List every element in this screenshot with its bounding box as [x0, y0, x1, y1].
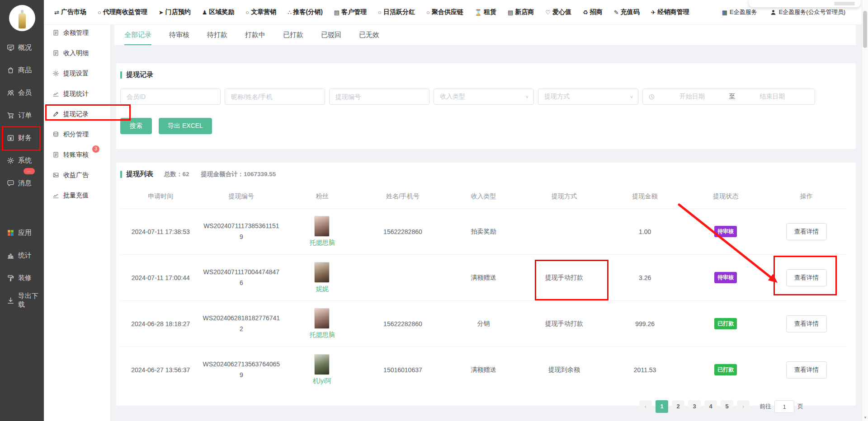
transfer-review-badge: 3 [92, 145, 99, 153]
submenu-item-revenue-ads[interactable]: 收益广告 [44, 165, 110, 185]
page-button-4[interactable]: 4 [704, 400, 717, 413]
submenu-item-points[interactable]: 积分管理 [44, 124, 110, 145]
popup-button-pill [834, 2, 855, 5]
sidebar-item-stats[interactable]: 统计 [0, 244, 44, 267]
service-menu[interactable]: ▦E企盈服务 [722, 8, 757, 16]
submenu-item-transfer-review[interactable]: 转账审核 3 [44, 145, 110, 165]
prev-page-button[interactable]: ‹ [639, 400, 652, 413]
goto-page-input[interactable] [774, 400, 794, 413]
fan-name-link[interactable]: 托腮思脑 [309, 331, 335, 339]
logo-avatar[interactable] [0, 0, 44, 36]
cell-amount: 999.26 [604, 320, 685, 327]
fan-avatar[interactable] [314, 308, 330, 329]
nickname-input[interactable] [225, 89, 325, 105]
pagination: ‹ 1 2 3 4 5 › 前往 页 [120, 400, 847, 413]
tab-invalid[interactable]: 已无效 [359, 25, 379, 45]
submenu-item-batch-recharge[interactable]: 批量充值 [44, 185, 110, 206]
fan-avatar[interactable] [314, 262, 330, 283]
total-count: 总数：62 [164, 170, 189, 178]
tab-pending-review[interactable]: 待审核 [169, 25, 189, 45]
sidebar-item-members[interactable]: 会员 [0, 81, 44, 104]
top-navbar: ⇄广告市场 ○代理商收益管理 ➤门店预约 ♟区域奖励 ○文章营销 ∴推客(分销)… [44, 0, 868, 25]
page-button-1[interactable]: 1 [656, 400, 668, 413]
page-button-2[interactable]: 2 [672, 400, 684, 413]
view-detail-button[interactable]: 查看详情 [786, 315, 827, 332]
account-menu[interactable]: E企盈服务(公众号管理员) [770, 8, 845, 16]
nav-item-rental[interactable]: ⌛租赁 [475, 8, 496, 16]
sidebar-item-orders[interactable]: 订单 [0, 104, 44, 126]
page-button-3[interactable]: 3 [688, 400, 701, 413]
next-page-button[interactable]: › [737, 400, 750, 413]
tab-rejected[interactable]: 已驳回 [321, 25, 341, 45]
nav-item-customer-mgmt[interactable]: ▤客户管理 [334, 8, 367, 16]
bar-chart-icon [7, 252, 14, 259]
nav-label: 区域奖励 [209, 8, 234, 16]
tab-paid[interactable]: 已打款 [283, 25, 303, 45]
member-id-input[interactable] [120, 89, 221, 105]
tab-paying[interactable]: 打款中 [245, 25, 265, 45]
withdraw-method-select[interactable]: 提现方式 ∨ [538, 89, 638, 105]
nav-item-store-booking[interactable]: ➤门店预约 [159, 8, 191, 16]
scrollbar-down-arrow[interactable]: ▼ [862, 416, 868, 420]
apps-grid-icon [7, 229, 14, 237]
nav-item-dealer-mgmt[interactable]: ✈经销商管理 [651, 8, 689, 16]
nav-item-new-store[interactable]: ▤新店商 [508, 8, 534, 16]
nav-item-love-value[interactable]: ♡爱心值 [545, 8, 571, 16]
submenu-item-balance[interactable]: 余额管理 [44, 23, 110, 43]
submenu-item-withdraw-stats[interactable]: 提现统计 [44, 84, 110, 104]
recycle-icon: ♻ [583, 9, 588, 16]
nav-item-agent-revenue[interactable]: ○代理商收益管理 [98, 8, 147, 16]
nav-item-ad-market[interactable]: ⇄广告市场 [54, 8, 86, 16]
fan-avatar[interactable] [314, 216, 330, 237]
sidebar-item-products[interactable]: 商品 [0, 59, 44, 81]
sidebar-item-decorate[interactable]: 装修 [0, 267, 44, 289]
nav-label: 文章营销 [251, 8, 276, 16]
nav-item-region-reward[interactable]: ♟区域奖励 [202, 8, 235, 16]
nav-label: 经销商管理 [657, 8, 689, 16]
logo-circle [9, 5, 35, 31]
col-method: 提现方式 [524, 192, 605, 201]
fan-name-link[interactable]: 妮妮 [316, 285, 328, 293]
nav-item-promoter[interactable]: ∴推客(分销) [288, 8, 323, 16]
date-range-picker[interactable]: 开始日期 至 结束日期 [642, 89, 815, 105]
list-section-title: 提现列表 [126, 170, 153, 178]
sidebar-item-overview[interactable]: 概况 [0, 36, 44, 59]
view-detail-button[interactable]: 查看详情 [786, 361, 827, 379]
tab-all-records[interactable]: 全部记录 [124, 25, 151, 45]
sidebar-item-apps[interactable]: 应用 [0, 221, 44, 244]
sidebar-item-messages[interactable]: 消息 … [0, 172, 44, 194]
fan-name-link[interactable]: 托腮思脑 [309, 239, 335, 247]
scrollbar-thumb[interactable] [863, 11, 867, 48]
page-button-5[interactable]: 5 [721, 400, 733, 413]
sidebar-item-export-download[interactable]: 导出下载 [0, 289, 44, 312]
tab-pending-payment[interactable]: 待打款 [207, 25, 227, 45]
submenu-item-withdraw-records[interactable]: 提现记录 [44, 104, 110, 124]
col-fan: 粉丝 [282, 192, 363, 201]
submenu-item-withdraw-settings[interactable]: 提现设置 [44, 63, 110, 84]
withdraw-no-input[interactable] [329, 89, 429, 105]
view-detail-button[interactable]: 查看详情 [786, 223, 827, 240]
export-excel-button[interactable]: 导出 EXCEL [159, 118, 212, 134]
cart-icon [7, 112, 14, 119]
cell-method: 提现到余额 [524, 366, 605, 374]
table-row: 2024-06-27 13:56:37 WS202406271356376406… [120, 346, 847, 393]
income-type-select[interactable]: 收入类型 ∨ [434, 89, 534, 105]
sidebar-item-system[interactable]: 系统 [0, 149, 44, 172]
sidebar-item-finance[interactable]: 财务 [0, 126, 44, 149]
fan-avatar[interactable] [314, 354, 330, 375]
cell-code: WS20240627135637640659 [203, 359, 280, 380]
search-button[interactable]: 搜索 [120, 118, 152, 134]
nav-item-recharge-code[interactable]: ✎充值码 [614, 8, 640, 16]
cell-time: 2024-07-11 17:00:44 [120, 274, 201, 281]
circle-icon: ○ [245, 9, 249, 16]
bag-icon [7, 66, 14, 74]
nav-item-article-marketing[interactable]: ○文章营销 [245, 8, 276, 16]
nav-item-supply-chain[interactable]: ○聚合供应链 [426, 8, 463, 16]
view-detail-button[interactable]: 查看详情 [786, 269, 827, 286]
submenu-item-income-detail[interactable]: 收入明细 [44, 43, 110, 63]
fan-name-link[interactable]: 机lyi阿 [313, 377, 331, 385]
nav-item-investment[interactable]: ♻招商 [583, 8, 603, 16]
nav-item-daily-dividend[interactable]: ○日活跃分红 [378, 8, 415, 16]
page-scrollbar[interactable]: ▼ [862, 0, 868, 421]
pencil-icon: ✎ [614, 9, 619, 16]
